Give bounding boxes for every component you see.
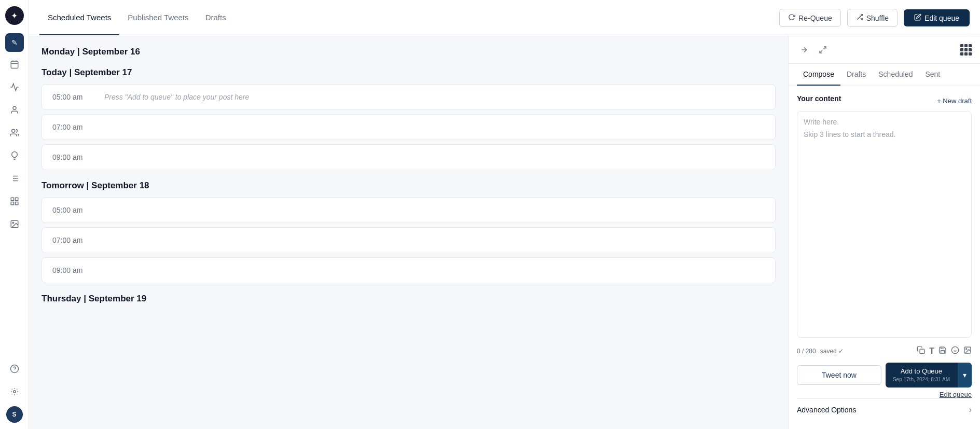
time-slot: 09:00 am (42, 257, 776, 283)
compose-actions: Tweet now Add to Queue Sep 17th, 2024, 8… (797, 363, 972, 388)
slot-time: 09:00 am (52, 153, 94, 161)
tweet-now-button[interactable]: Tweet now (797, 365, 881, 385)
calendar-icon (10, 60, 19, 71)
compose-tabs: Compose Drafts Scheduled Sent (789, 64, 980, 86)
svg-point-31 (966, 348, 967, 349)
add-to-queue-group: Add to Queue Sep 17th, 2024, 8:31 AM ▾ (886, 363, 972, 388)
slot-time: 07:00 am (52, 123, 94, 131)
tab-published-tweets[interactable]: Published Tweets (119, 1, 197, 35)
edit-button[interactable]: ✎ (5, 33, 24, 52)
save-draft-icon[interactable] (938, 346, 947, 356)
compose-tab-compose[interactable]: Compose (797, 64, 840, 86)
svg-point-20 (13, 391, 16, 393)
svg-rect-26 (920, 349, 924, 354)
logo: ✦ (5, 6, 24, 25)
shuffle-button[interactable]: Shuffle (847, 9, 898, 27)
sidebar-item-people[interactable] (5, 102, 24, 120)
sidebar-item-calendar[interactable] (5, 56, 24, 75)
compose-area: Your content + New draft Write here. Ski… (789, 86, 980, 429)
expand-left-icon[interactable] (797, 43, 811, 57)
svg-line-24 (823, 47, 826, 49)
duplicate-icon[interactable] (917, 346, 925, 356)
editor-thread-hint: Skip 3 lines to start a thread. (804, 130, 965, 139)
day-header-tomorrow: Tomorrow | September 18 (42, 181, 776, 191)
edit-queue-icon (914, 13, 921, 22)
compose-tab-sent[interactable]: Sent (919, 64, 946, 86)
svg-rect-15 (15, 202, 18, 205)
compose-tab-drafts[interactable]: Drafts (840, 64, 872, 86)
text-format-icon[interactable]: T (929, 347, 934, 356)
requeue-button[interactable]: Re-Queue (779, 9, 841, 27)
compose-toolbar: T (917, 346, 972, 356)
svg-rect-0 (11, 61, 18, 68)
add-to-queue-button[interactable]: Add to Queue Sep 17th, 2024, 8:31 AM (886, 363, 957, 388)
right-panel: Compose Drafts Scheduled Sent Your conte… (788, 36, 980, 429)
edit-queue-link[interactable]: Edit queue (797, 391, 972, 398)
grid-view-icon[interactable] (960, 44, 972, 56)
people-icon (10, 105, 19, 117)
tab-scheduled-tweets[interactable]: Scheduled Tweets (39, 1, 119, 35)
char-count: 0 / 280 (797, 348, 816, 355)
sidebar-item-help[interactable] (5, 361, 24, 379)
image-icon[interactable] (963, 346, 972, 356)
team-icon (10, 128, 19, 140)
editor-placeholder: Write here. (804, 118, 965, 126)
day-header-monday: Monday | September 16 (42, 47, 776, 57)
emoji-icon[interactable] (951, 346, 959, 356)
time-slot: 07:00 am (42, 114, 776, 140)
sidebar-item-widgets[interactable] (5, 193, 24, 212)
svg-point-5 (11, 129, 15, 132)
tabs-bar: Scheduled Tweets Published Tweets Drafts… (29, 0, 980, 36)
slot-time: 07:00 am (52, 236, 94, 244)
edit-icon: ✎ (11, 38, 18, 47)
day-header-thursday: Thursday | September 19 (42, 294, 776, 304)
fullscreen-icon[interactable] (816, 43, 830, 57)
sidebar-item-ideas[interactable] (5, 147, 24, 166)
queue-list: Monday | September 16 Today | September … (29, 36, 788, 429)
right-panel-header (789, 36, 980, 64)
sidebar-item-team[interactable] (5, 124, 24, 143)
content-area: Monday | September 16 Today | September … (29, 36, 980, 429)
slot-time: 05:00 am (52, 93, 94, 101)
slot-time: 05:00 am (52, 206, 94, 214)
widgets-icon (10, 197, 19, 208)
tab-drafts[interactable]: Drafts (197, 1, 234, 35)
sidebar-item-settings[interactable] (5, 383, 24, 402)
svg-point-4 (13, 106, 16, 109)
svg-line-25 (820, 50, 822, 53)
time-slot: 05:00 am (42, 197, 776, 223)
bulb-icon (10, 151, 19, 162)
time-slot: 09:00 am (42, 144, 776, 170)
svg-point-17 (12, 222, 13, 223)
media-icon (10, 219, 19, 231)
shuffle-icon (856, 13, 863, 22)
slot-placeholder: Press "Add to queue" to place your post … (104, 93, 249, 101)
tabs: Scheduled Tweets Published Tweets Drafts (39, 1, 779, 35)
compose-editor[interactable]: Write here. Skip 3 lines to start a thre… (797, 111, 972, 338)
sidebar: ✦ ✎ (0, 0, 29, 429)
time-slot: 07:00 am (42, 227, 776, 253)
your-content-label: Your content (797, 94, 841, 103)
sidebar-item-analytics[interactable] (5, 79, 24, 98)
compose-tab-scheduled[interactable]: Scheduled (872, 64, 919, 86)
svg-rect-13 (15, 198, 18, 200)
sidebar-item-media[interactable] (5, 216, 24, 234)
chevron-right-icon: › (969, 405, 972, 414)
svg-rect-14 (11, 202, 13, 205)
new-draft-button[interactable]: + New draft (937, 97, 972, 105)
list-icon (10, 174, 19, 185)
avatar[interactable]: S (6, 406, 23, 423)
add-to-queue-dropdown-button[interactable]: ▾ (957, 363, 972, 388)
main-content: Scheduled Tweets Published Tweets Drafts… (29, 0, 980, 429)
advanced-options[interactable]: Advanced Options › (797, 398, 972, 421)
tab-actions: Re-Queue Shuffle Edit queue (779, 9, 970, 27)
svg-rect-12 (11, 198, 13, 200)
compose-footer: 0 / 280 saved ✓ T (797, 342, 972, 356)
svg-point-27 (951, 347, 958, 353)
sidebar-item-lists[interactable] (5, 170, 24, 189)
help-icon (10, 364, 19, 376)
day-header-today: Today | September 17 (42, 67, 776, 78)
saved-indicator: saved ✓ (820, 348, 844, 355)
settings-icon (10, 387, 19, 398)
edit-queue-button[interactable]: Edit queue (904, 9, 970, 26)
